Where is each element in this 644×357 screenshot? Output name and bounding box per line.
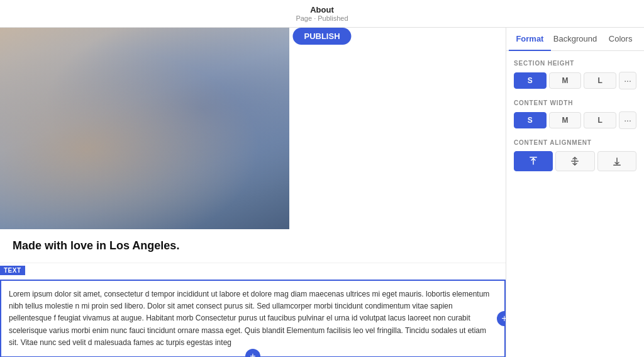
text-block-label: TEXT xyxy=(0,266,25,275)
content-width-m[interactable]: M xyxy=(549,112,582,128)
align-top[interactable] xyxy=(514,151,553,171)
svg-rect-0 xyxy=(530,157,537,158)
right-panel: Format Background Colors SECTION HEIGHT … xyxy=(506,28,644,357)
section-height-l[interactable]: L xyxy=(584,72,616,89)
content-width-s[interactable]: S xyxy=(514,112,547,128)
panel-body: SECTION HEIGHT S M L ··· CONTENT WIDTH S… xyxy=(506,51,644,357)
image-section xyxy=(0,28,289,229)
content-width-l[interactable]: L xyxy=(584,112,616,128)
svg-rect-1 xyxy=(571,161,579,162)
page-content: Made with love in Los Angeles. TEXT Lore… xyxy=(0,28,506,357)
tab-format[interactable]: Format xyxy=(509,28,551,51)
page-title: About xyxy=(310,5,334,14)
content-width-label: CONTENT WIDTH xyxy=(514,99,636,106)
text-content-1: Lorem ipsum dolor sit amet, consectetur … xyxy=(1,281,504,356)
page-info: About Page · Published xyxy=(296,5,348,22)
text-block-selected[interactable]: Lorem ipsum dolor sit amet, consectetur … xyxy=(0,280,506,357)
align-middle[interactable] xyxy=(555,151,594,171)
content-width-row: S M L ··· xyxy=(514,111,636,129)
align-top-icon xyxy=(528,156,539,167)
main-area: Made with love in Los Angeles. TEXT Lore… xyxy=(0,28,644,357)
page-status: Page · Published xyxy=(296,14,348,22)
svg-rect-2 xyxy=(613,165,621,166)
section-height-m[interactable]: M xyxy=(549,72,582,89)
align-bottom[interactable] xyxy=(597,151,636,171)
content-alignment-label: CONTENT ALIGNMENT xyxy=(514,139,636,146)
caption-section: Made with love in Los Angeles. xyxy=(0,229,506,263)
publish-button[interactable]: PUBLISH xyxy=(292,28,351,45)
top-bar: About Page · Published xyxy=(0,0,644,28)
text-block-wrapper: TEXT Lorem ipsum dolor sit amet, consect… xyxy=(0,280,506,357)
hero-image xyxy=(0,28,289,229)
section-height-more[interactable]: ··· xyxy=(619,72,636,89)
section-height-label: SECTION HEIGHT xyxy=(514,60,636,67)
fabric-image-overlay xyxy=(0,28,289,229)
section-height-s[interactable]: S xyxy=(514,72,547,89)
section-height-row: S M L ··· xyxy=(514,72,636,89)
panel-tabs: Format Background Colors xyxy=(506,28,644,51)
tab-colors[interactable]: Colors xyxy=(599,28,641,51)
align-bottom-icon xyxy=(611,156,623,167)
align-middle-icon xyxy=(569,156,580,167)
tab-background[interactable]: Background xyxy=(551,28,599,51)
content-alignment-row xyxy=(514,151,636,171)
caption-text: Made with love in Los Angeles. xyxy=(13,239,179,252)
content-width-more[interactable]: ··· xyxy=(619,111,636,129)
